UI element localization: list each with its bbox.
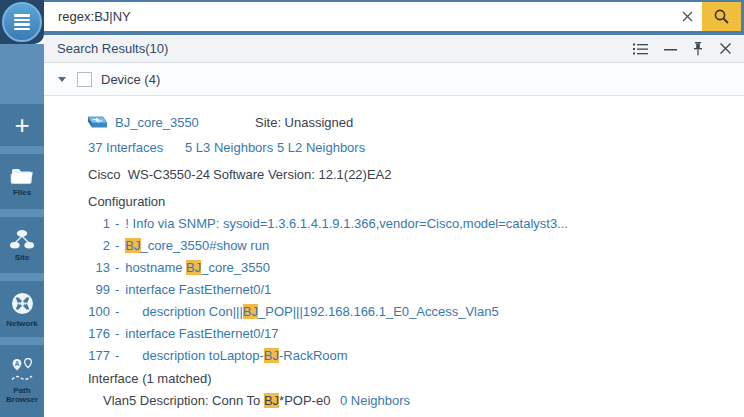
text-segment: -RackRoom — [279, 348, 348, 363]
search-input[interactable] — [36, 9, 672, 24]
device-model-row: Cisco WS-C3550-24 Software Version: 12.1… — [44, 165, 744, 187]
config-line[interactable]: 177-description toLaptop-BJ-RackRoom — [44, 348, 744, 363]
switch-device-icon — [84, 115, 107, 130]
close-icon[interactable] — [719, 42, 732, 55]
text-segment: description Con||| — [142, 304, 242, 319]
path-pins-icon: A — [10, 358, 34, 383]
device-links-row: 37 Interfaces 5 L3 Neighbors 5 L2 Neighb… — [44, 138, 744, 160]
config-lines: 1-! Info via SNMP: sysoid=1.3.6.1.4.1.9.… — [44, 216, 744, 363]
config-line[interactable]: 99-interface FastEthernet0/1 — [44, 282, 744, 297]
folder-icon — [10, 166, 34, 185]
config-line-number: 99 — [88, 282, 110, 297]
config-line-number: 176 — [88, 326, 110, 341]
sidebar-item-add[interactable]: + — [0, 104, 44, 146]
collapse-caret-icon[interactable] — [58, 77, 66, 82]
config-line-text: interface FastEthernet0/17 — [125, 326, 278, 341]
site-clouds-icon — [9, 229, 35, 250]
config-line-dash: - — [110, 348, 125, 363]
search-results-panel: Search Results(10) — [44, 35, 744, 417]
search-field[interactable] — [36, 2, 702, 31]
config-line-number: 13 — [88, 260, 110, 275]
text-segment: Vlan5 Description: Conn To — [103, 393, 264, 408]
config-line-text: hostname BJ_core_3550 — [125, 260, 270, 275]
software-version: Software Version: 12.1(22)EA2 — [213, 167, 392, 182]
sidebar-item-files[interactable]: Files — [0, 154, 44, 209]
sidebar-item-label: Network — [6, 319, 38, 328]
text-segment: _core_3550#show run — [141, 238, 270, 253]
device-group-row[interactable]: Device (4) — [44, 63, 744, 96]
top-search-bar — [0, 0, 744, 35]
config-line-text: interface FastEthernet0/1 — [125, 282, 271, 297]
config-line-dash: - — [110, 260, 125, 275]
results-content: BJ_core_3550 Site: Unassigned 37 Interfa… — [44, 111, 744, 409]
device-name-link[interactable]: BJ_core_3550 — [115, 115, 199, 130]
text-segment: ! Info via SNMP: sysoid=1.3.6.1.4.1.9.1.… — [125, 216, 568, 231]
config-line[interactable]: 2-BJ_core_3550#show run — [44, 238, 744, 253]
main-menu-button[interactable] — [2, 2, 42, 42]
sidebar: + Files Site — [0, 44, 44, 417]
config-line-text: description Con|||BJ_POP|||192.168.166.1… — [125, 304, 498, 319]
text-segment: description toLaptop- — [142, 348, 263, 363]
text-segment: *POP-e0 — [279, 393, 330, 408]
config-line-number: 100 — [88, 304, 110, 319]
plus-icon: + — [14, 112, 29, 138]
config-line-text: ! Info via SNMP: sysoid=1.3.6.1.4.1.9.1.… — [125, 216, 568, 231]
sidebar-item-label: Site — [15, 253, 30, 262]
interfaces-link[interactable]: 37 Interfaces — [88, 140, 163, 155]
app-window: + Files Site — [0, 0, 744, 417]
device-group-checkbox[interactable] — [77, 72, 92, 87]
sidebar-item-path-browser[interactable]: A Path Browser — [0, 345, 44, 417]
config-line-text: description toLaptop-BJ-RackRoom — [125, 348, 347, 363]
config-line-dash: - — [110, 238, 125, 253]
clear-search-icon[interactable] — [672, 2, 702, 31]
config-line-dash: - — [110, 304, 125, 319]
sidebar-item-label: Path Browser — [2, 386, 42, 404]
config-line-number: 1 — [88, 216, 110, 231]
sidebar-item-network[interactable]: Network — [0, 281, 44, 337]
search-icon — [713, 8, 730, 25]
match-highlight: BJ — [264, 348, 279, 363]
config-line-dash: - — [110, 216, 125, 231]
config-line-number: 177 — [88, 348, 110, 363]
device-model: Cisco WS-C3550-24 — [88, 167, 210, 182]
match-highlight: BJ — [264, 393, 279, 408]
config-line-number: 2 — [88, 238, 110, 253]
config-line-text: BJ_core_3550#show run — [125, 238, 269, 253]
network-globe-icon — [10, 291, 35, 316]
l3-neighbors-link[interactable]: 5 L3 Neighbors — [185, 140, 273, 155]
configuration-title: Configuration — [88, 194, 744, 209]
match-highlight: BJ — [243, 304, 258, 319]
svg-text:A: A — [15, 360, 20, 367]
l2-neighbors-link[interactable]: 5 L2 Neighbors — [277, 140, 365, 155]
interface-match-row: Vlan5 Description: Conn To BJ*POP-e0 0 N… — [44, 393, 744, 409]
match-highlight: BJ — [186, 260, 201, 275]
interface-title: Interface (1 matched) — [88, 371, 744, 386]
panel-header: Search Results(10) — [44, 35, 744, 63]
sidebar-item-label: Files — [13, 188, 31, 197]
config-line-dash: - — [110, 282, 125, 297]
match-highlight: BJ — [125, 238, 140, 253]
list-view-icon[interactable] — [633, 43, 648, 55]
config-line-dash: - — [110, 326, 125, 341]
pin-icon[interactable] — [693, 42, 703, 56]
text-segment: hostname — [125, 260, 186, 275]
interface-match-text: Vlan5 Description: Conn To BJ*POP-e0 — [103, 393, 330, 408]
panel-header-actions — [633, 42, 732, 56]
device-group-label: Device (4) — [101, 72, 160, 87]
text-segment: interface FastEthernet0/17 — [125, 326, 278, 341]
config-line[interactable]: 100-description Con|||BJ_POP|||192.168.1… — [44, 304, 744, 319]
text-segment: _POP|||192.168.166.1_E0_Access_Vlan5 — [258, 304, 499, 319]
minimize-icon[interactable] — [664, 43, 677, 55]
config-line[interactable]: 1-! Info via SNMP: sysoid=1.3.6.1.4.1.9.… — [44, 216, 744, 231]
panel-title: Search Results(10) — [57, 41, 168, 56]
sidebar-item-site[interactable]: Site — [0, 217, 44, 273]
device-row: BJ_core_3550 Site: Unassigned — [44, 111, 744, 133]
site-label: Site: Unassigned — [255, 115, 353, 130]
text-segment: interface FastEthernet0/1 — [125, 282, 271, 297]
neighbors-link[interactable]: 0 Neighbors — [340, 393, 410, 408]
hamburger-icon — [14, 14, 30, 17]
config-line[interactable]: 176-interface FastEthernet0/17 — [44, 326, 744, 341]
search-button[interactable] — [702, 2, 741, 31]
text-segment: _core_3550 — [201, 260, 270, 275]
config-line[interactable]: 13-hostname BJ_core_3550 — [44, 260, 744, 275]
